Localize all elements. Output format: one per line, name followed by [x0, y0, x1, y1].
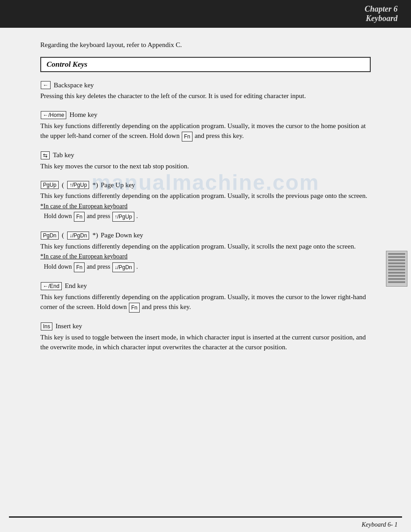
thumb-line-9 [388, 278, 405, 280]
thumb-line-7 [388, 272, 405, 274]
pgdn-paren-open: ( [62, 232, 64, 239]
pgup-key-symbol: PgUp [41, 181, 59, 189]
end-title-line: ←/End End key [40, 282, 371, 290]
pgup-title-line: PgUp ( ↑/PgUp *) Page Up key [40, 181, 371, 189]
tab-key-label: Tab key [53, 151, 74, 159]
home-key-symbol: ←/Home [41, 111, 66, 119]
pgup-key-entry: PgUp ( ↑/PgUp *) Page Up key This key fu… [40, 181, 371, 222]
home-key-label: Home key [69, 111, 97, 119]
content-area: Regarding the keyboard layout, refer to … [0, 28, 411, 398]
pgdn-key-symbol2: ↓/PgDn [67, 232, 89, 240]
thumb-line-10 [388, 281, 405, 283]
thumb-line-4 [388, 262, 405, 264]
pgup-key-label: Page Up key [101, 181, 135, 189]
pgup-key-symbol2: ↑/PgUp [67, 181, 89, 189]
pgdn-paren-close: *) [92, 232, 98, 239]
ins-key-entry: Ins Insert key This key is used to toggl… [40, 322, 371, 352]
pgdn-description: This key functions differently depending… [40, 241, 371, 272]
pgdn-title-line: PgDn ( ↓/PgDn *) Page Down key [40, 232, 371, 240]
intro-text: Regarding the keyboard layout, refer to … [40, 41, 371, 49]
thumb-line-3 [388, 259, 405, 261]
ins-key-label: Insert key [56, 322, 82, 330]
page-header: Chapter 6 Keyboard [0, 0, 411, 28]
end-key-entry: ←/End End key This key functions differe… [40, 282, 371, 313]
pgdn-key-entry: PgDn ( ↓/PgDn *) Page Down key This key … [40, 232, 371, 272]
footer-text: Keyboard 6- 1 [0, 518, 411, 532]
chapter-label: Chapter 6 [364, 4, 398, 14]
home-description: This key functions differently depending… [40, 121, 371, 142]
pgdn-key-label: Page Down key [101, 232, 143, 239]
pgup-paren-open: ( [62, 181, 64, 189]
backspace-title-line: ← Backspace key [40, 81, 371, 89]
pgdn-note-label: *In case of the European keyboard [40, 253, 128, 260]
page-footer: Keyboard 6- 1 [0, 516, 411, 532]
page: Chapter 6 Keyboard Regarding the keyboar… [0, 0, 411, 532]
thumb-line-6 [388, 269, 405, 270]
ins-key-symbol: Ins [41, 322, 52, 330]
tab-key-symbol: ⇆ [41, 151, 50, 159]
ins-title-line: Ins Insert key [40, 322, 371, 330]
pgup-description: This key functions differently depending… [40, 191, 371, 222]
pgup-note-label: *In case of the European keyboard [40, 203, 128, 210]
pgup-hold-line: Hold down Fn and press ↑/PgUp . [40, 213, 138, 219]
thumb-line-5 [388, 266, 405, 267]
section-header: Control Keys [40, 57, 371, 72]
pgup-press-key: ↑/PgUp [112, 212, 134, 222]
home-title-line: ←/Home Home key [40, 111, 371, 119]
backspace-key-entry: ← Backspace key Pressing this key delete… [40, 81, 371, 101]
pgup-fn-key: Fn [74, 212, 85, 222]
backspace-key-symbol: ← [41, 81, 51, 89]
home-key-entry: ←/Home Home key This key functions diffe… [40, 111, 371, 142]
backspace-description: Pressing this key deletes the character … [40, 91, 371, 101]
ins-description: This key is used to toggle between the i… [40, 332, 371, 352]
home-fn-key: Fn [182, 132, 193, 142]
end-key-symbol: ←/End [41, 282, 62, 290]
keyboard-label: Keyboard [364, 14, 398, 23]
section-title: Control Keys [47, 60, 87, 69]
side-thumbnail [386, 251, 407, 287]
pgdn-key-symbol: PgDn [41, 232, 59, 240]
pgdn-hold-line: Hold down Fn and press ↓/PgDn . [40, 263, 138, 270]
tab-key-entry: ⇆ Tab key This key moves the cursor to t… [40, 151, 371, 172]
thumb-line-8 [388, 275, 405, 277]
thumb-line-1 [388, 253, 405, 255]
pgup-paren-close: *) [92, 181, 98, 189]
backspace-key-label: Backspace key [54, 82, 94, 89]
end-description: This key functions differently depending… [40, 292, 371, 313]
end-key-label: End key [65, 282, 87, 290]
pgdn-press-key: ↓/PgDn [112, 262, 134, 272]
header-text: Chapter 6 Keyboard [364, 4, 398, 23]
tab-description: This key moves the cursor to the next ta… [40, 161, 371, 172]
end-fn-key: Fn [129, 303, 140, 313]
pgdn-fn-key: Fn [74, 262, 85, 272]
thumb-line-2 [388, 256, 405, 258]
tab-title-line: ⇆ Tab key [40, 151, 371, 159]
